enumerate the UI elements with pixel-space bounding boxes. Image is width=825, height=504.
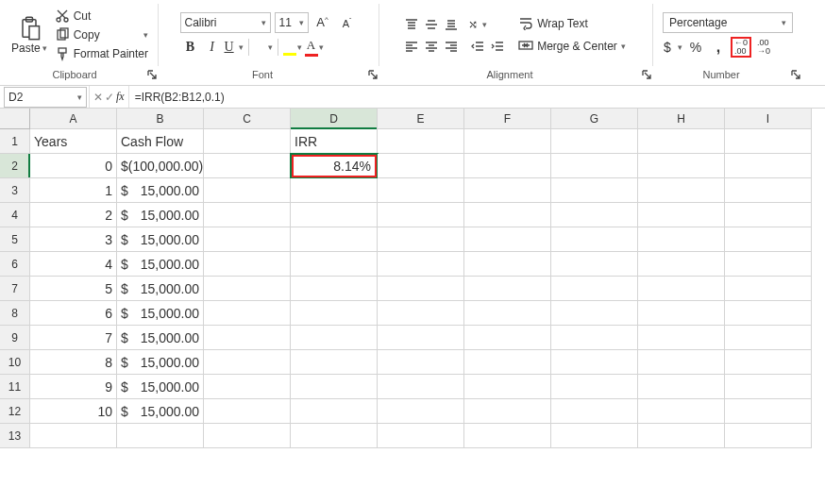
cell[interactable]: 4 xyxy=(30,252,117,277)
cell[interactable]: $15,000.00 xyxy=(117,277,204,301)
wrap-text-button[interactable]: Wrap Text xyxy=(514,14,630,34)
cell[interactable] xyxy=(378,154,464,178)
decrease-decimal-button[interactable]: .00→0 xyxy=(753,37,774,58)
cell[interactable] xyxy=(464,178,551,203)
cell[interactable]: 6 xyxy=(30,301,117,326)
cell[interactable] xyxy=(725,375,812,399)
cell[interactable] xyxy=(291,252,378,277)
cell[interactable] xyxy=(204,350,291,375)
cell[interactable]: $15,000.00 xyxy=(117,227,204,252)
bold-button[interactable]: B xyxy=(180,37,201,58)
format-painter-button[interactable]: Format Painter xyxy=(53,45,150,62)
number-format-select[interactable]: Percentage▾ xyxy=(663,12,793,33)
increase-indent-button[interactable] xyxy=(488,37,507,56)
cell[interactable]: 9 xyxy=(30,375,117,399)
align-bottom-button[interactable] xyxy=(442,15,461,34)
row-header[interactable]: 1 xyxy=(0,129,30,154)
cell[interactable] xyxy=(725,301,812,326)
cell[interactable] xyxy=(378,129,464,154)
dialog-launcher[interactable] xyxy=(145,68,159,81)
column-header[interactable]: A xyxy=(30,109,117,129)
cell[interactable]: 5 xyxy=(30,277,117,301)
cell[interactable] xyxy=(291,375,378,399)
cell[interactable] xyxy=(378,203,464,227)
cell[interactable] xyxy=(204,252,291,277)
cell[interactable]: Cash Flow xyxy=(117,129,204,154)
cell[interactable] xyxy=(551,227,638,252)
dialog-launcher[interactable] xyxy=(366,68,379,81)
cell[interactable] xyxy=(378,375,464,399)
cell[interactable] xyxy=(204,277,291,301)
cell[interactable] xyxy=(204,227,291,252)
cell[interactable] xyxy=(378,252,464,277)
cell[interactable] xyxy=(725,178,812,203)
cell[interactable] xyxy=(638,252,725,277)
cell[interactable] xyxy=(291,178,378,203)
cell[interactable] xyxy=(464,252,551,277)
row-header[interactable]: 4 xyxy=(0,203,30,227)
cell[interactable] xyxy=(204,154,291,178)
cell[interactable] xyxy=(30,424,117,448)
cell[interactable] xyxy=(551,252,638,277)
paste-button[interactable]: Paste ▾ xyxy=(11,15,47,55)
dialog-launcher[interactable] xyxy=(640,68,653,81)
cell[interactable] xyxy=(464,301,551,326)
column-header[interactable]: C xyxy=(204,109,291,129)
row-header[interactable]: 2 xyxy=(0,154,30,178)
cell[interactable] xyxy=(204,178,291,203)
cancel-icon[interactable]: ✕ xyxy=(93,91,103,104)
cell[interactable] xyxy=(378,227,464,252)
cell[interactable] xyxy=(725,227,812,252)
cell[interactable] xyxy=(291,277,378,301)
cell[interactable] xyxy=(464,227,551,252)
cell[interactable] xyxy=(291,203,378,227)
italic-button[interactable]: I xyxy=(202,37,223,58)
cell[interactable] xyxy=(725,154,812,178)
comma-format-button[interactable]: , xyxy=(708,37,729,58)
cell[interactable] xyxy=(725,399,812,424)
cell[interactable] xyxy=(204,399,291,424)
cell[interactable]: 2 xyxy=(30,203,117,227)
cell[interactable] xyxy=(117,424,204,448)
formula-input[interactable]: =IRR(B2:B12,0.1) xyxy=(129,91,825,104)
cell[interactable] xyxy=(551,326,638,350)
cell[interactable] xyxy=(291,227,378,252)
column-header[interactable]: G xyxy=(551,109,638,129)
font-name-select[interactable]: Calibri▾ xyxy=(180,12,271,33)
cell[interactable] xyxy=(638,227,725,252)
cell[interactable] xyxy=(204,129,291,154)
increase-decimal-button[interactable]: ←0.00 xyxy=(731,37,751,58)
cell[interactable] xyxy=(291,424,378,448)
cell[interactable] xyxy=(551,154,638,178)
cell[interactable] xyxy=(551,375,638,399)
align-middle-button[interactable] xyxy=(422,15,441,34)
cell[interactable] xyxy=(204,424,291,448)
decrease-font-button[interactable]: Aˇ xyxy=(337,12,358,33)
row-header[interactable]: 6 xyxy=(0,252,30,277)
cell[interactable]: $15,000.00 xyxy=(117,301,204,326)
row-header[interactable]: 13 xyxy=(0,424,30,448)
cell[interactable] xyxy=(291,399,378,424)
cell[interactable] xyxy=(378,277,464,301)
cell[interactable] xyxy=(725,252,812,277)
accounting-format-button[interactable]: $▾ xyxy=(663,37,683,58)
cell[interactable] xyxy=(638,326,725,350)
cell[interactable]: $15,000.00 xyxy=(117,350,204,375)
cell[interactable] xyxy=(551,350,638,375)
cell[interactable]: $15,000.00 xyxy=(117,375,204,399)
enter-icon[interactable]: ✓ xyxy=(105,91,114,104)
cell[interactable] xyxy=(638,424,725,448)
cell[interactable]: Years xyxy=(30,129,117,154)
cell-selected[interactable]: 8.14% xyxy=(291,154,378,178)
row-header[interactable]: 3 xyxy=(0,178,30,203)
cell[interactable] xyxy=(464,424,551,448)
cell[interactable] xyxy=(551,178,638,203)
cell[interactable] xyxy=(638,154,725,178)
name-box[interactable]: D2▾ xyxy=(4,87,87,108)
cell[interactable]: $15,000.00 xyxy=(117,178,204,203)
font-size-select[interactable]: 11▾ xyxy=(275,12,309,33)
column-header[interactable]: I xyxy=(725,109,812,129)
cell[interactable]: $(100,000.00) xyxy=(117,154,204,178)
cell[interactable] xyxy=(204,203,291,227)
cell[interactable]: $15,000.00 xyxy=(117,399,204,424)
